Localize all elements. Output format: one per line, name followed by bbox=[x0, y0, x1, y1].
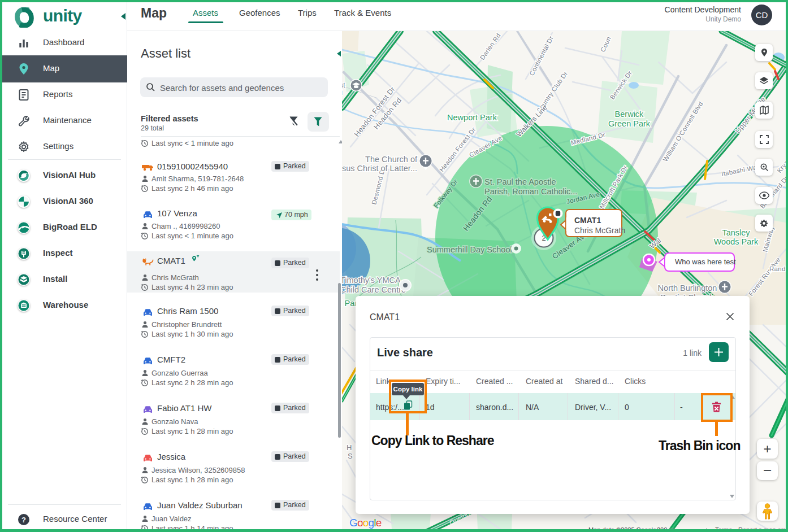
svg-text:Jesus Christ of Latter...: Jesus Christ of Latter... bbox=[342, 164, 417, 173]
svg-text:H: H bbox=[347, 443, 352, 452]
svg-text:The Church of: The Church of bbox=[365, 155, 418, 164]
svg-text:Timothy's YMCA: Timothy's YMCA bbox=[342, 276, 401, 285]
svg-text:S: S bbox=[348, 452, 353, 460]
svg-text:st: st bbox=[342, 81, 345, 89]
svg-text:Child Care Centre: Child Care Centre bbox=[342, 285, 406, 294]
svg-text:St. Paul the Apostle: St. Paul the Apostle bbox=[484, 177, 556, 186]
svg-text:Rand: Rand bbox=[769, 265, 786, 272]
svg-text:Green Park: Green Park bbox=[608, 119, 651, 128]
svg-text:Chris McGrath: Chris McGrath bbox=[574, 226, 625, 235]
svg-text:North Burlington: North Burlington bbox=[658, 284, 717, 293]
svg-text:?: ? bbox=[21, 516, 26, 524]
svg-text:CMAT1: CMAT1 bbox=[574, 216, 601, 225]
svg-text:Berwick: Berwick bbox=[615, 110, 644, 119]
svg-text:Woods Park: Woods Park bbox=[714, 237, 759, 246]
svg-text:ri: ri bbox=[342, 89, 343, 97]
svg-text:Tansley: Tansley bbox=[722, 228, 750, 237]
svg-text:Parish, Roman Catholic...: Parish, Roman Catholic... bbox=[484, 187, 577, 196]
svg-text:Summerhill Day School: Summerhill Day School bbox=[427, 245, 512, 254]
svg-text:Newport Park: Newport Park bbox=[447, 113, 497, 122]
svg-text:Who was here test: Who was here test bbox=[675, 258, 736, 266]
